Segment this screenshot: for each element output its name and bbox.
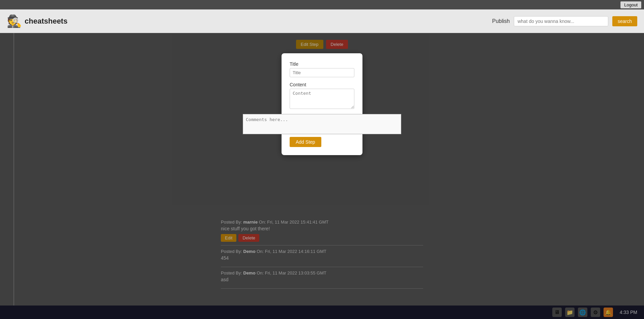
publish-link[interactable]: Publish bbox=[492, 18, 509, 24]
search-input[interactable] bbox=[514, 16, 608, 26]
content-field: Content bbox=[290, 82, 354, 110]
header: 🕵 cheatsheets Publish search bbox=[0, 9, 644, 33]
comments-area-wrapper bbox=[243, 114, 401, 136]
logo-area: 🕵 cheatsheets bbox=[7, 15, 492, 27]
logout-button[interactable]: Logout bbox=[620, 1, 641, 8]
logo-text: cheatsheets bbox=[25, 17, 67, 26]
top-bar: Logout bbox=[0, 0, 644, 9]
comments-textarea[interactable] bbox=[243, 114, 401, 134]
title-input[interactable] bbox=[290, 68, 354, 77]
add-step-modal: Title Content Media_url Add Step bbox=[282, 53, 362, 155]
content-textarea[interactable] bbox=[290, 89, 354, 109]
add-step-modal-button[interactable]: Add Step bbox=[290, 137, 321, 147]
main-content: Edit Step Delete Add Step Title Content … bbox=[0, 33, 644, 319]
header-right: Publish search bbox=[492, 16, 637, 26]
search-button[interactable]: search bbox=[612, 16, 637, 26]
title-label: Title bbox=[290, 61, 354, 67]
modal-overlay: Title Content Media_url Add Step bbox=[0, 33, 644, 319]
content-label: Content bbox=[290, 82, 354, 87]
title-field: Title bbox=[290, 61, 354, 77]
logo-icon: 🕵 bbox=[7, 15, 22, 27]
